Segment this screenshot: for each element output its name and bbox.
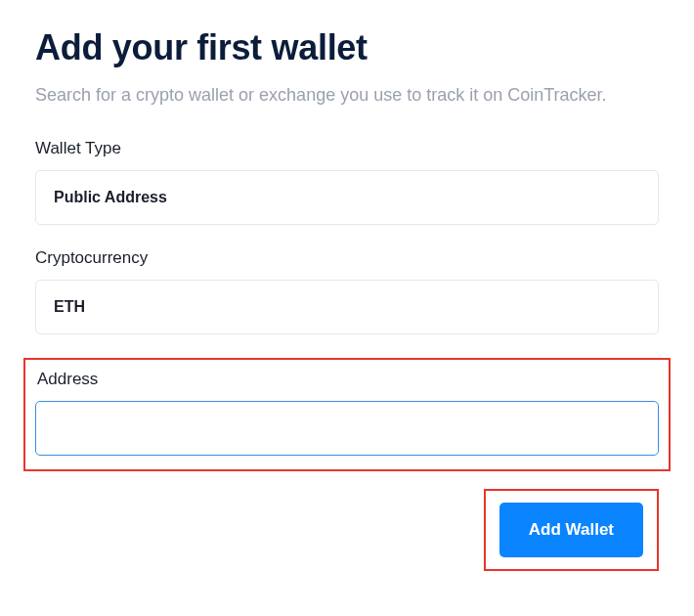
address-label: Address [37,370,659,389]
address-highlight-box: Address [23,358,671,471]
submit-highlight-box: Add Wallet [484,489,659,571]
page-subtitle: Search for a crypto wallet or exchange y… [35,82,622,110]
actions-row: Add Wallet [35,489,659,571]
wallet-type-label: Wallet Type [35,139,659,158]
add-wallet-button[interactable]: Add Wallet [499,503,643,557]
address-input[interactable] [35,401,659,456]
wallet-type-input[interactable] [35,170,659,225]
cryptocurrency-group: Cryptocurrency [35,248,659,334]
page-title: Add your first wallet [35,27,659,68]
cryptocurrency-label: Cryptocurrency [35,248,659,268]
cryptocurrency-input[interactable] [35,280,659,334]
wallet-type-group: Wallet Type [35,139,659,225]
